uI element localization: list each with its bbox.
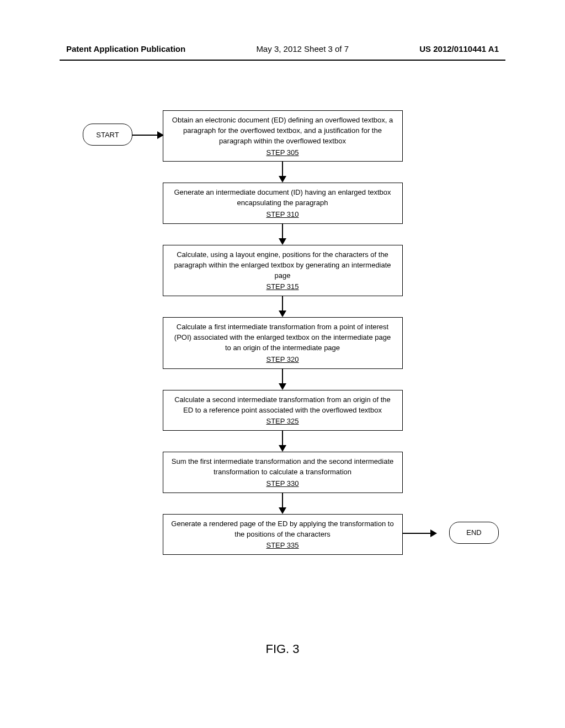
arrow-start-to-305 <box>132 135 163 136</box>
arrow-305-to-310 <box>282 162 283 183</box>
step-text: Calculate a second intermediate transfor… <box>171 395 395 416</box>
flowchart: START Obtain an electronic document (ED)… <box>0 110 565 555</box>
step-315: Calculate, using a layout engine, positi… <box>163 245 403 296</box>
arrow-335-to-end <box>403 533 436 534</box>
terminal-end: END <box>449 522 499 544</box>
arrow-325-to-330 <box>282 431 283 452</box>
arrow-310-to-315 <box>282 224 283 245</box>
figure-label: FIG. 3 <box>0 642 565 656</box>
step-label: STEP 335 <box>266 540 299 551</box>
terminal-end-label: END <box>466 528 481 537</box>
step-text: Calculate a first intermediate transform… <box>171 322 395 354</box>
page-header: Patent Application Publication May 3, 20… <box>0 44 565 53</box>
step-330: Sum the first intermediate transformatio… <box>163 452 403 493</box>
step-335: Generate a rendered page of the ED by ap… <box>163 514 403 555</box>
step-text: Obtain an electronic document (ED) defin… <box>171 115 395 147</box>
step-label: STEP 330 <box>266 479 299 489</box>
header-left: Patent Application Publication <box>66 44 185 53</box>
step-text: Sum the first intermediate transformatio… <box>171 457 395 478</box>
step-text: Generate an intermediate document (ID) h… <box>171 188 395 208</box>
arrow-330-to-335 <box>282 493 283 514</box>
terminal-start: START <box>83 124 132 146</box>
step-label: STEP 315 <box>266 282 299 292</box>
arrow-320-to-325 <box>282 369 283 390</box>
step-310: Generate an intermediate document (ID) h… <box>163 183 403 224</box>
arrow-315-to-320 <box>282 296 283 317</box>
step-text: Calculate, using a layout engine, positi… <box>171 250 395 281</box>
step-label: STEP 310 <box>266 210 299 220</box>
step-325: Calculate a second intermediate transfor… <box>163 390 403 431</box>
step-320: Calculate a first intermediate transform… <box>163 317 403 368</box>
step-label: STEP 320 <box>266 355 299 365</box>
step-label: STEP 325 <box>266 416 299 427</box>
step-text: Generate a rendered page of the ED by ap… <box>171 519 395 540</box>
step-label: STEP 305 <box>266 148 299 158</box>
step-305: Obtain an electronic document (ED) defin… <box>163 110 403 162</box>
header-right: US 2012/0110441 A1 <box>419 44 499 53</box>
header-center: May 3, 2012 Sheet 3 of 7 <box>256 44 349 53</box>
terminal-start-label: START <box>96 131 119 139</box>
header-rule <box>60 60 505 61</box>
